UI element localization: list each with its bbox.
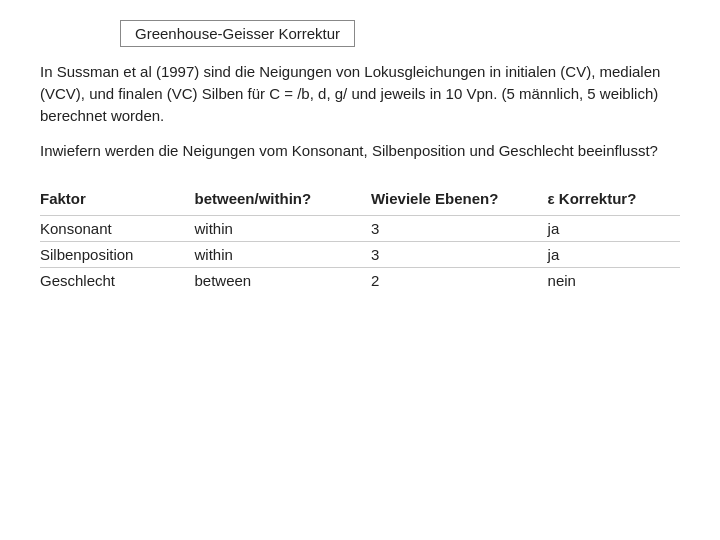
- cell-konsonant-faktor: Konsonant: [40, 216, 194, 242]
- cell-geschlecht-korrektur: nein: [548, 268, 680, 294]
- table-row: Konsonant within 3 ja: [40, 216, 680, 242]
- paragraph-1: In Sussman et al (1997) sind die Neigung…: [40, 61, 680, 126]
- cell-geschlecht-ebenen: 2: [371, 268, 548, 294]
- cell-silbenposition-faktor: Silbenposition: [40, 242, 194, 268]
- cell-silbenposition-bw: within: [194, 242, 371, 268]
- cell-silbenposition-ebenen: 3: [371, 242, 548, 268]
- cell-geschlecht-bw: between: [194, 268, 371, 294]
- col-header-korrektur: ε Korrektur?: [548, 186, 680, 216]
- col-header-wieviele: Wieviele Ebenen?: [371, 186, 548, 216]
- cell-silbenposition-korrektur: ja: [548, 242, 680, 268]
- col-header-between-within: between/within?: [194, 186, 371, 216]
- title-box: Greenhouse-Geisser Korrektur: [120, 20, 355, 47]
- paragraph-2: Inwiefern werden die Neigungen vom Konso…: [40, 140, 680, 162]
- cell-geschlecht-faktor: Geschlecht: [40, 268, 194, 294]
- title-text: Greenhouse-Geisser Korrektur: [135, 25, 340, 42]
- col-header-faktor: Faktor: [40, 186, 194, 216]
- table-header-row: Faktor between/within? Wieviele Ebenen? …: [40, 186, 680, 216]
- cell-konsonant-ebenen: 3: [371, 216, 548, 242]
- page-container: Greenhouse-Geisser Korrektur In Sussman …: [0, 0, 720, 540]
- cell-konsonant-bw: within: [194, 216, 371, 242]
- cell-konsonant-korrektur: ja: [548, 216, 680, 242]
- data-table: Faktor between/within? Wieviele Ebenen? …: [40, 186, 680, 293]
- table-row: Silbenposition within 3 ja: [40, 242, 680, 268]
- table-section: Faktor between/within? Wieviele Ebenen? …: [40, 186, 680, 293]
- table-row: Geschlecht between 2 nein: [40, 268, 680, 294]
